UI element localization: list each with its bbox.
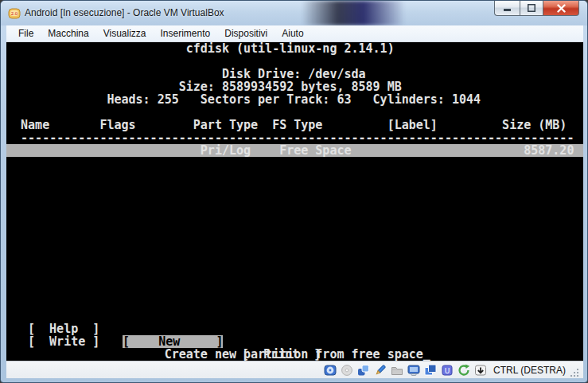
table-header: Name Flags Part Type FS Type [Label] Siz… (6, 119, 567, 131)
host-key-label: CTRL (DESTRA) (493, 365, 566, 376)
titlebar-glass-smudge (302, 1, 405, 25)
cfdisk-menu-row-2: [ Write ] (6, 322, 583, 335)
minimize-icon (504, 4, 512, 12)
write-button[interactable]: [ Write ] (28, 335, 99, 348)
status-message-line: Create new partition from free space_ (6, 348, 430, 361)
menu-inserimento[interactable]: Inserimento (154, 26, 218, 41)
display-icon[interactable] (407, 364, 420, 377)
network-adapters-icon[interactable] (357, 364, 370, 377)
partition-row-free-space[interactable]: Pri/Log Free Space 8587.20 (6, 144, 583, 157)
folder-icon[interactable] (391, 364, 403, 377)
pencil-icon[interactable] (374, 364, 387, 377)
optical-disc-icon[interactable] (341, 364, 353, 377)
new-button[interactable]: [ New ] (123, 335, 223, 348)
disk-size-line: Size: 8589934592 bytes, 8589 MB (6, 80, 402, 93)
window-title: Android [In esecuzione] - Oracle VM Virt… (25, 7, 224, 18)
menu-macchina[interactable]: Macchina (41, 26, 95, 41)
menu-file[interactable]: File (11, 26, 41, 41)
down-arrow-icon[interactable] (474, 364, 487, 377)
cfdisk-version-line: cfdisk (util-linux-ng 2.14.1) (6, 42, 395, 55)
cfdisk-menu-row-1: [ Help ] [ New ] [ Print ] [ Quit ] [ Un… (6, 310, 583, 322)
close-button[interactable] (543, 1, 579, 16)
refresh-arrows-icon[interactable] (458, 364, 470, 377)
statusbar: U CTRL (DESTRA) (6, 361, 583, 378)
virtualbox-window: 2.0 Android [In esecuzione] - Oracle VM … (0, 0, 588, 383)
table-separator: ----------------------------------------… (6, 131, 574, 144)
titlebar[interactable]: 2.0 Android [In esecuzione] - Oracle VM … (1, 1, 587, 25)
cfdisk-terminal[interactable]: cfdisk (util-linux-ng 2.14.1) Disk Drive… (6, 42, 583, 361)
menu-visualizza[interactable]: Visualizza (96, 26, 154, 41)
virtualization-chip-icon[interactable]: U (441, 364, 454, 377)
window-controls (494, 1, 579, 16)
menu-dispositivi[interactable]: Dispositivi (217, 26, 275, 41)
disk-geometry-line: Heads: 255 Sectors per Track: 63 Cylinde… (6, 93, 481, 106)
menu-aiuto[interactable]: Aiuto (275, 26, 310, 41)
windows-overlay-icon[interactable] (424, 364, 437, 377)
maximize-icon (528, 4, 535, 12)
disk-drive-line: Disk Drive: /dev/sda (6, 68, 366, 80)
virtualbox-icon: 2.0 (8, 6, 21, 19)
close-icon (557, 4, 566, 13)
svg-text:U: U (445, 366, 450, 374)
svg-text:2.0: 2.0 (11, 11, 18, 16)
minimize-button[interactable] (494, 1, 520, 16)
resize-grip[interactable] (570, 367, 580, 378)
menubar: File Macchina Visualizza Inserimento Dis… (6, 25, 583, 42)
maximize-button[interactable] (520, 1, 543, 16)
harddisk-icon[interactable] (324, 364, 337, 377)
